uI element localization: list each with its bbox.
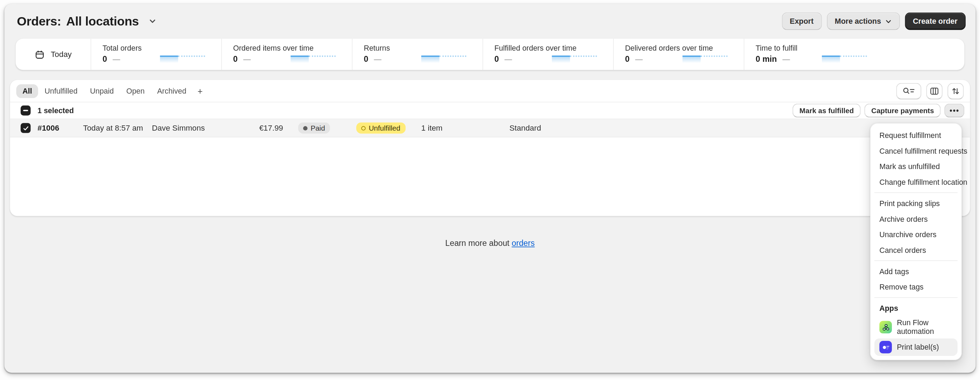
selected-count: 1 selected bbox=[37, 106, 74, 115]
sparkline-chart bbox=[682, 55, 727, 63]
tab-unpaid[interactable]: Unpaid bbox=[84, 84, 120, 97]
order-delivery-method: Standard bbox=[509, 124, 541, 132]
period-label: Today bbox=[51, 50, 72, 59]
calendar-icon bbox=[35, 49, 45, 59]
metric-ordered-items[interactable]: Ordered items over time 0 — bbox=[221, 39, 352, 70]
fulfillment-status-badge: Unfulfilled bbox=[356, 122, 405, 133]
metric-trend-dash: — bbox=[374, 54, 381, 63]
page-title: Orders: All locations bbox=[17, 14, 157, 28]
metric-total-orders[interactable]: Total orders 0 — bbox=[91, 39, 221, 70]
analytics-bar: Today Total orders 0 — Ordered items ove… bbox=[16, 39, 965, 70]
sparkline-chart bbox=[291, 55, 336, 63]
menu-item-cancel-orders[interactable]: Cancel orders bbox=[874, 242, 958, 258]
menu-item-unarchive-orders[interactable]: Unarchive orders bbox=[874, 227, 958, 242]
chevron-down-icon[interactable] bbox=[148, 17, 157, 25]
payment-status-badge: Paid bbox=[298, 122, 330, 133]
order-date: Today at 8:57 am bbox=[83, 124, 143, 132]
metric-trend-dash: — bbox=[113, 54, 120, 63]
metric-value: 0 bbox=[625, 54, 630, 64]
sparkline-chart bbox=[160, 55, 205, 63]
mark-as-fulfilled-button[interactable]: Mark as fulfilled bbox=[792, 104, 861, 117]
indeterminate-icon bbox=[23, 110, 28, 111]
order-id[interactable]: #1006 bbox=[37, 124, 59, 132]
menu-item-run-flow-automation[interactable]: Run Flow automation bbox=[874, 316, 958, 339]
metric-value: 0 bbox=[494, 54, 499, 64]
page-title-prefix: Orders: bbox=[17, 14, 61, 28]
metric-trend-dash: — bbox=[243, 54, 251, 63]
more-bulk-actions-button[interactable]: ••• bbox=[945, 104, 965, 117]
metric-value: 0 bbox=[233, 54, 238, 64]
sort-icon bbox=[951, 86, 961, 96]
menu-item-print-labels[interactable]: Print label(s) bbox=[874, 339, 958, 356]
bulk-actions-bar: 1 selected Mark as fulfilled Capture pay… bbox=[10, 101, 970, 119]
metric-trend-dash: — bbox=[504, 54, 512, 63]
tab-archived[interactable]: Archived bbox=[151, 84, 192, 97]
columns-button[interactable] bbox=[926, 83, 942, 99]
learn-more: Learn more about orders bbox=[5, 239, 976, 248]
select-all-checkbox[interactable] bbox=[21, 106, 31, 116]
orders-table-card: All Unfulfilled Unpaid Open Archived + bbox=[10, 80, 970, 216]
search-filter-icon bbox=[902, 86, 916, 96]
metric-value: 0 min bbox=[756, 54, 777, 64]
metric-value: 0 bbox=[364, 54, 368, 64]
app-canvas: Orders: All locations Export More action… bbox=[5, 4, 976, 373]
page-header: Orders: All locations Export More action… bbox=[17, 9, 966, 34]
menu-item-change-fulfillment-location[interactable]: Change fulfillment location bbox=[874, 174, 958, 190]
metric-delivered-orders[interactable]: Delivered orders over time 0 — bbox=[613, 39, 744, 70]
order-row[interactable]: #1006 Today at 8:57 am Dave Simmons €17.… bbox=[10, 119, 970, 137]
header-actions: Export More actions Create order bbox=[782, 13, 966, 30]
capture-payments-button[interactable]: Capture payments bbox=[864, 104, 941, 117]
metric-fulfilled-orders[interactable]: Fulfilled orders over time 0 — bbox=[482, 39, 613, 70]
columns-icon bbox=[929, 86, 939, 96]
order-items-count: 1 item bbox=[421, 124, 442, 132]
paid-dot-icon bbox=[303, 126, 308, 130]
menu-item-remove-tags[interactable]: Remove tags bbox=[874, 279, 958, 295]
metric-time-to-fulfill[interactable]: Time to fulfill 0 min — bbox=[744, 39, 874, 70]
horizontal-dots-icon: ••• bbox=[950, 106, 959, 115]
menu-item-print-packing-slips[interactable]: Print packing slips bbox=[874, 196, 958, 211]
menu-item-request-fulfillment[interactable]: Request fulfillment bbox=[874, 127, 958, 143]
search-filter-button[interactable] bbox=[896, 83, 921, 99]
row-checkbox[interactable] bbox=[21, 123, 31, 133]
menu-divider bbox=[874, 260, 958, 261]
menu-divider bbox=[874, 297, 958, 298]
export-button[interactable]: Export bbox=[782, 13, 822, 30]
chevron-down-icon bbox=[885, 18, 892, 25]
menu-divider bbox=[874, 192, 958, 193]
flow-app-icon bbox=[879, 321, 892, 334]
filter-tabs: All Unfulfilled Unpaid Open Archived + bbox=[10, 80, 970, 102]
menu-item-archive-orders[interactable]: Archive orders bbox=[874, 211, 958, 227]
order-total: €17.99 bbox=[230, 124, 283, 132]
metric-returns[interactable]: Returns 0 — bbox=[352, 39, 482, 70]
menu-item-mark-as-unfulfilled[interactable]: Mark as unfulfilled bbox=[874, 158, 958, 174]
add-view-button[interactable]: + bbox=[192, 84, 208, 98]
menu-item-add-tags[interactable]: Add tags bbox=[874, 263, 958, 279]
sparkline-chart bbox=[552, 55, 597, 63]
metric-trend-dash: — bbox=[635, 54, 643, 63]
apps-section-header: Apps bbox=[874, 300, 958, 316]
order-customer: Dave Simmons bbox=[152, 124, 205, 132]
tab-open[interactable]: Open bbox=[120, 84, 151, 97]
bulk-more-actions-menu: Request fulfillment Cancel fulfillment r… bbox=[870, 123, 962, 360]
check-icon bbox=[22, 125, 29, 132]
print-label-app-icon bbox=[879, 341, 892, 353]
sparkline-chart bbox=[822, 55, 867, 63]
sort-button[interactable] bbox=[948, 83, 964, 99]
tab-unfulfilled[interactable]: Unfulfilled bbox=[38, 84, 84, 97]
orders-page: Orders: All locations Export More action… bbox=[0, 0, 980, 380]
tab-all[interactable]: All bbox=[16, 84, 38, 97]
menu-item-cancel-fulfillment-requests[interactable]: Cancel fulfillment requests bbox=[874, 143, 958, 158]
sparkline-chart bbox=[421, 55, 466, 63]
create-order-button[interactable]: Create order bbox=[905, 13, 966, 30]
bulk-actions: Mark as fulfilled Capture payments ••• bbox=[792, 104, 970, 117]
orders-help-link[interactable]: orders bbox=[512, 239, 535, 248]
more-actions-button[interactable]: More actions bbox=[827, 13, 900, 30]
metric-trend-dash: — bbox=[783, 54, 790, 63]
metric-value: 0 bbox=[102, 54, 107, 64]
location-filter-label: All locations bbox=[66, 14, 139, 28]
unfulfilled-circle-icon bbox=[361, 126, 366, 130]
date-range-picker[interactable]: Today bbox=[16, 39, 91, 70]
